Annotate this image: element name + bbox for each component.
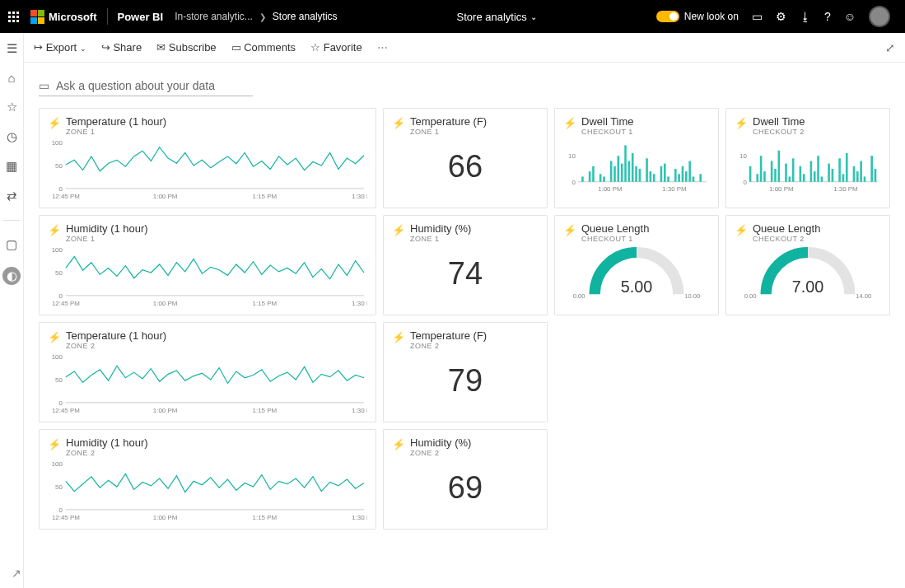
- top-bar: Microsoft Power BI In-store analytic... …: [0, 0, 905, 33]
- svg-text:1:30 PM: 1:30 PM: [352, 193, 367, 200]
- svg-rect-27: [653, 174, 655, 181]
- help-icon[interactable]: ?: [824, 10, 831, 23]
- svg-text:10: 10: [739, 152, 747, 160]
- svg-text:0: 0: [58, 185, 63, 193]
- tile-subtitle: CHECKOUT 2: [753, 128, 805, 136]
- comments-button[interactable]: ▭ Comments: [231, 41, 296, 54]
- tile-title: Humidity (1 hour): [66, 436, 148, 449]
- bolt-icon: ⚡: [392, 438, 405, 450]
- svg-rect-26: [650, 171, 652, 182]
- tile-dwell-c1[interactable]: ⚡Dwell TimeCHECKOUT 1 0101:00 PM1:30 PM: [554, 108, 719, 208]
- feedback-smile-icon[interactable]: ☺: [844, 10, 856, 23]
- svg-rect-59: [828, 164, 830, 182]
- apps-grid-icon[interactable]: ▦: [6, 159, 17, 174]
- svg-text:0: 0: [58, 506, 63, 514]
- svg-text:50: 50: [55, 483, 63, 491]
- svg-rect-14: [599, 174, 602, 181]
- tile-queue-c1[interactable]: ⚡Queue LengthCHECKOUT 1 5.000.0010.00: [554, 215, 719, 315]
- qna-icon: ▭: [39, 79, 49, 92]
- tile-hum-z1[interactable]: ⚡Humidity (1 hour)ZONE 1 05010012:45 PM1…: [39, 215, 376, 315]
- expand-rail-icon[interactable]: ↗: [12, 567, 21, 580]
- tile-subtitle: ZONE 1: [410, 235, 471, 243]
- tile-value: 69: [392, 460, 539, 512]
- fullscreen-icon[interactable]: ⤢: [885, 41, 895, 54]
- svg-rect-52: [792, 158, 795, 181]
- svg-rect-63: [846, 153, 848, 182]
- tile-title: Queue Length: [753, 222, 820, 235]
- share-button[interactable]: ↪ Share: [101, 41, 142, 54]
- product-name[interactable]: Power BI: [118, 11, 164, 23]
- tile-temp-z1[interactable]: ⚡Temperature (1 hour)ZONE 1 05010012:45 …: [39, 108, 376, 208]
- svg-text:1:00 PM: 1:00 PM: [153, 193, 178, 200]
- subscribe-button[interactable]: ✉ Subscribe: [156, 41, 216, 54]
- brand-name: Microsoft: [49, 11, 97, 23]
- tile-hum-z2-p[interactable]: ⚡Humidity (%)ZONE 2 69: [383, 429, 548, 530]
- tile-subtitle: ZONE 2: [66, 449, 148, 457]
- toggle-label: New look on: [684, 11, 739, 22]
- svg-rect-50: [785, 164, 787, 182]
- settings-gear-icon[interactable]: ⚙: [776, 10, 786, 23]
- svg-text:1:00 PM: 1:00 PM: [153, 407, 178, 414]
- svg-rect-45: [760, 156, 763, 182]
- svg-rect-25: [646, 158, 648, 181]
- bolt-icon: ⚡: [563, 224, 576, 236]
- svg-text:1:00 PM: 1:00 PM: [153, 300, 178, 307]
- tile-dwell-c2[interactable]: ⚡Dwell TimeCHECKOUT 2 0101:00 PM1:30 PM: [725, 108, 890, 208]
- svg-rect-68: [870, 156, 873, 182]
- breadcrumb-report[interactable]: Store analytics: [273, 11, 338, 22]
- svg-text:1:00 PM: 1:00 PM: [598, 185, 622, 192]
- report-title-dropdown[interactable]: Store analytics ⌄: [344, 11, 650, 23]
- current-workspace-icon[interactable]: ◐: [2, 267, 21, 285]
- bolt-icon: ⚡: [735, 224, 748, 236]
- bolt-icon: ⚡: [563, 117, 576, 129]
- svg-text:1:15 PM: 1:15 PM: [253, 300, 278, 307]
- more-actions-icon[interactable]: ⋯: [377, 41, 388, 54]
- new-look-toggle[interactable]: New look on: [656, 11, 739, 22]
- tile-value: 66: [392, 139, 539, 191]
- favorite-button[interactable]: ☆ Favorite: [310, 41, 362, 54]
- tile-subtitle: ZONE 2: [66, 342, 166, 350]
- menu-hamburger-icon[interactable]: ☰: [7, 41, 17, 56]
- svg-rect-22: [632, 153, 634, 182]
- svg-text:1:15 PM: 1:15 PM: [253, 514, 278, 521]
- shared-icon[interactable]: ⇄: [7, 189, 17, 203]
- svg-rect-62: [842, 174, 845, 181]
- svg-rect-53: [800, 166, 802, 182]
- download-icon[interactable]: ⭳: [800, 10, 811, 23]
- svg-rect-34: [685, 171, 688, 182]
- tile-hum-z1-p[interactable]: ⚡Humidity (%)ZONE 1 74: [383, 215, 548, 315]
- svg-text:10.00: 10.00: [684, 292, 700, 299]
- bolt-icon: ⚡: [735, 117, 748, 129]
- svg-rect-48: [774, 169, 777, 182]
- svg-text:1:30 PM: 1:30 PM: [352, 300, 367, 307]
- svg-rect-43: [749, 166, 752, 182]
- workspaces-icon[interactable]: ▢: [6, 237, 17, 252]
- tile-temp-z2[interactable]: ⚡Temperature (1 hour)ZONE 2 05010012:45 …: [39, 322, 376, 422]
- svg-rect-18: [618, 156, 620, 182]
- svg-text:14.00: 14.00: [856, 292, 871, 299]
- app-launcher-icon[interactable]: [8, 12, 19, 22]
- tile-title: Temperature (F): [410, 329, 487, 342]
- svg-rect-19: [621, 164, 623, 182]
- svg-rect-49: [778, 151, 781, 182]
- tile-hum-z2[interactable]: ⚡Humidity (1 hour)ZONE 2 05010012:45 PM1…: [39, 429, 376, 530]
- report-title-text: Store analytics: [457, 11, 527, 23]
- chat-icon[interactable]: ▭: [752, 10, 763, 23]
- favorites-star-icon[interactable]: ☆: [7, 100, 17, 114]
- tile-temp-z1-f[interactable]: ⚡Temperature (F)ZONE 1 66: [383, 108, 548, 208]
- breadcrumb-workspace[interactable]: In-store analytic...: [175, 11, 253, 22]
- tile-queue-c2[interactable]: ⚡Queue LengthCHECKOUT 2 7.000.0014.00: [725, 215, 890, 315]
- svg-rect-29: [664, 164, 666, 182]
- svg-text:12:45 PM: 12:45 PM: [52, 407, 80, 414]
- tile-temp-z2-f[interactable]: ⚡Temperature (F)ZONE 2 79: [383, 322, 548, 422]
- svg-rect-33: [682, 166, 684, 182]
- svg-rect-35: [688, 161, 691, 181]
- qna-input[interactable]: ▭ Ask a question about your data: [39, 76, 253, 96]
- svg-text:0: 0: [58, 292, 63, 300]
- export-button[interactable]: ↦ Export ⌄: [34, 41, 86, 54]
- recent-clock-icon[interactable]: ◷: [7, 129, 17, 144]
- tile-subtitle: ZONE 2: [410, 342, 487, 350]
- home-icon[interactable]: ⌂: [7, 71, 15, 85]
- svg-text:0: 0: [58, 399, 63, 407]
- avatar[interactable]: [869, 6, 890, 27]
